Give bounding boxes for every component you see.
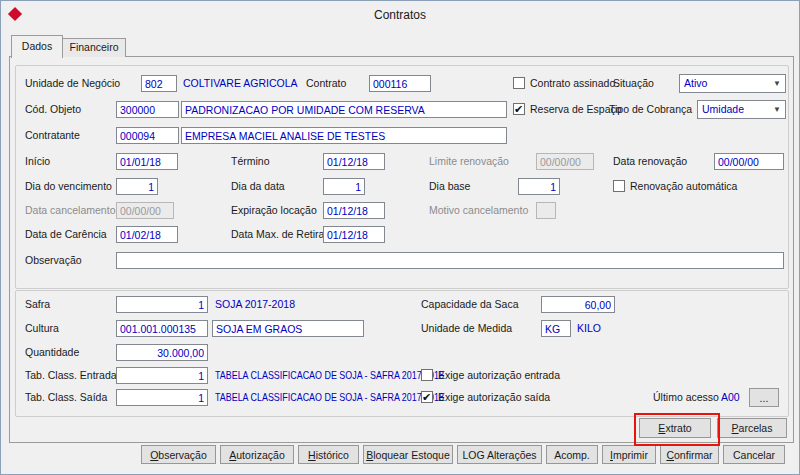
contrato-label: Contrato [306,75,346,92]
situacao-label: Situação [613,75,654,92]
unidade-medida-code-input[interactable] [541,320,571,337]
limite-renovacao-input [536,153,594,170]
quantidade-label: Quantidade [25,344,79,361]
data-carencia-input[interactable] [116,226,178,243]
checkbox-box [613,180,625,192]
cultura-code-input[interactable] [116,320,208,337]
safra-desc: SOJA 2017-2018 [215,296,295,313]
dia-data-input[interactable] [323,178,365,195]
cod-objeto-label: Cód. Objeto [25,101,81,118]
contrato-assinado-checkbox[interactable]: Contrato assinado [513,75,615,92]
data-max-retirada-input[interactable] [323,226,385,243]
tipo-cobranca-select[interactable]: Umidade ▼ [697,100,786,119]
chevron-down-icon: ▼ [771,104,783,116]
contrato-assinado-label: Contrato assinado [530,77,615,89]
safra-label: Safra [25,296,50,313]
unidade-negocio-desc: COLTIVARE AGRICOLA [183,75,298,92]
cancelar-button[interactable]: Cancelar [723,445,785,464]
parcelas-button[interactable]: Parcelas [717,418,787,438]
ultimo-acesso-browse-button[interactable]: ... [749,388,779,407]
contratante-label: Contratante [25,127,80,144]
safra-code-input[interactable] [116,296,208,313]
expiracao-locacao-input[interactable] [323,202,385,219]
termino-label: Término [231,153,270,170]
tipo-cobranca-value: Umidade [702,101,744,118]
dia-base-label: Dia base [429,178,470,195]
termino-input[interactable] [323,153,385,170]
unidade-medida-desc: KILO [577,320,601,337]
confirmar-button[interactable]: Confirmar [660,445,719,464]
imprimir-button[interactable]: Imprimir [602,445,656,464]
renovacao-automatica-checkbox[interactable]: Renovação automática [613,178,737,195]
inicio-label: Início [25,153,50,170]
expiracao-locacao-label: Expiração locação [231,202,317,219]
tab-class-entrada-label: Tab. Class. Entrada [25,367,117,384]
capacidade-saca-label: Capacidade da Saca [421,296,519,313]
log-alteracoes-button[interactable]: LOG Alterações [457,445,542,464]
checkbox-box [513,77,525,89]
dia-vencimento-input[interactable] [116,178,158,195]
exige-autorizacao-saida-checkbox[interactable]: Exige autorização saída [421,389,550,406]
unidade-negocio-label: Unidade de Negócio [25,75,120,92]
situacao-select[interactable]: Ativo ▼ [679,74,786,93]
situacao-value: Ativo [684,75,707,92]
exige-autorizacao-saida-label: Exige autorização saída [438,391,550,403]
capacidade-saca-input[interactable] [541,296,615,313]
tab-class-saida-code-input[interactable] [116,389,208,406]
tab-class-saida-label: Tab. Class. Saída [25,389,107,406]
reserva-espaco-label: Reserva de Espaço [530,103,622,115]
cultura-label: Cultura [25,320,59,337]
autorizacao-button[interactable]: Autorização [220,445,294,464]
data-carencia-label: Data de Carência [25,226,107,243]
motivo-cancelamento-input [536,202,556,219]
data-cancelamento-input [116,202,174,219]
window-title: Contratos [1,8,799,22]
tab-class-saida-desc: TABELA CLASSIFICACAO DE SOJA - SAFRA 201… [215,389,444,406]
bloquear-estoque-button[interactable]: Bloquear Estoque [363,445,453,464]
data-cancelamento-label: Data cancelamento [25,202,115,219]
unidade-medida-label: Unidade de Medida [421,320,512,337]
cod-objeto-code-input[interactable] [116,101,179,118]
tab-class-entrada-desc: TABELA CLASSIFICACAO DE SOJA - SAFRA 201… [215,367,444,384]
renovacao-automatica-label: Renovação automática [630,180,737,192]
checkbox-box [421,391,433,403]
observacao-input[interactable] [116,252,784,269]
data-renovacao-input[interactable] [714,153,784,170]
contratante-code-input[interactable] [116,127,179,144]
tab-financeiro[interactable]: Financeiro [62,38,126,57]
contratos-window: Contratos Dados Financeiro Unidade de Ne… [0,0,800,475]
exige-autorizacao-entrada-label: Exige autorização entrada [438,369,560,381]
dia-vencimento-label: Dia do vencimento [25,178,112,195]
title-bar[interactable]: Contratos [1,1,799,29]
motivo-cancelamento-label: Motivo cancelamento [429,202,528,219]
dia-data-label: Dia da data [231,178,285,195]
checkbox-box [513,103,525,115]
chevron-down-icon: ▼ [771,78,783,90]
ultimo-acesso-label: Último acesso [653,389,719,406]
tab-class-entrada-code-input[interactable] [116,367,208,384]
contrato-input[interactable] [369,75,431,92]
observacao-button[interactable]: Observação [141,445,216,464]
contratante-desc-input[interactable] [181,127,507,144]
tipo-cobranca-label: Tipo de Cobrança [609,101,692,118]
exige-autorizacao-entrada-checkbox[interactable]: Exige autorização entrada [421,367,560,384]
inicio-input[interactable] [116,153,178,170]
observacao-label: Observação [25,252,82,269]
data-max-retirada-label: Data Max. de Retirada [231,226,336,243]
tab-dados[interactable]: Dados [11,35,63,58]
acomp-button[interactable]: Acomp. [546,445,598,464]
unidade-negocio-code-input[interactable] [141,75,177,92]
limite-renovacao-label: Limite renovação [429,153,509,170]
checkbox-box [421,369,433,381]
cod-objeto-desc-input[interactable] [181,101,507,118]
dia-base-input[interactable] [518,178,560,195]
historico-button[interactable]: Histórico [298,445,359,464]
quantidade-input[interactable] [116,344,208,361]
reserva-espaco-checkbox[interactable]: Reserva de Espaço [513,101,622,118]
cultura-desc-input[interactable] [212,320,364,337]
extrato-button[interactable]: Extrato [639,418,711,438]
data-renovacao-label: Data renovação [613,153,687,170]
ultimo-acesso-value: A00 [721,389,740,406]
